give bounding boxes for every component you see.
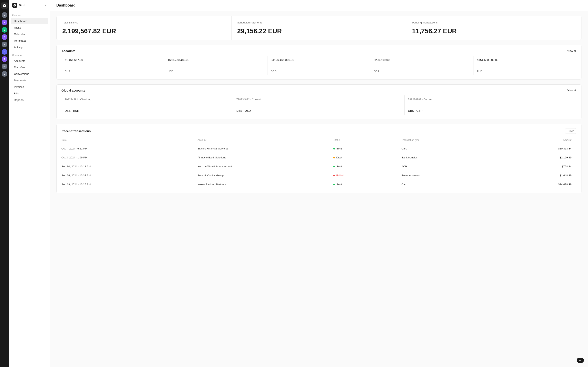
account-card[interactable]: A$54,688,000.00 AUD [474,56,576,75]
tx-amount: $34,678.49 [503,183,571,186]
tx-date: Sep 19, 2024 · 10:25 AM [61,183,198,186]
tx-type: Card [401,147,503,150]
scheduled-payments-label: Scheduled Payments [237,21,401,24]
transactions-table-header: Date Account Status Transaction type Amo… [61,137,576,143]
transaction-more-button[interactable]: ⋮ [571,165,576,168]
nav-avatar-S-user[interactable]: S [2,27,7,33]
tx-amount: $768.34 [503,165,571,168]
account-currency: AUD [477,70,573,73]
nav-avatar-M-user[interactable]: M [2,12,7,18]
col-header-date: Date [61,139,198,142]
sidebar-org-header[interactable]: Bird ▼ [9,0,50,11]
tx-status: Sent [333,165,401,168]
nav-avatar-A-user[interactable]: A [2,56,7,62]
sidebar-item-templates[interactable]: Templates [11,38,48,44]
global-account-card[interactable]: 798234882 · Current DBS - USD [233,95,405,115]
tx-amount: $1,648.89 [503,174,571,177]
app-logo[interactable] [1,2,8,9]
account-card[interactable]: £200,569.00 GBP [370,56,473,75]
company-nav: AccountsTransfersConversionsPaymentsInvo… [9,58,50,103]
account-amount: S$126,455,800.00 [271,58,367,62]
nav-avatar-W-user[interactable]: W [2,64,7,69]
transaction-more-button[interactable]: ⋮ [571,156,576,159]
account-currency: GBP [374,70,470,73]
nav-icons-column: MISPEHAWD [0,0,9,367]
total-balance-label: Total Balance [62,21,226,24]
table-row: Oct 7, 2024 · 6:21 PM Skyline Financial … [61,144,576,153]
tx-amount: $10,363.44 [503,147,571,150]
scheduled-payments-value: 29,156.22 EUR [237,27,401,35]
transaction-more-button[interactable]: ⋮ [571,174,576,177]
tx-status: Failed [333,174,401,177]
nav-avatar-H-user[interactable]: H [2,49,7,55]
global-accounts-section: Global accounts View all 798234881 · Che… [56,84,581,119]
tx-status: Draft [333,156,401,159]
global-accounts-view-all-button[interactable]: View all [567,89,576,92]
sidebar-item-bills[interactable]: Bills [11,90,48,97]
sidebar-item-calendar[interactable]: Calendar [11,31,48,37]
nav-avatar-P-user[interactable]: P [2,34,7,40]
personal-nav: DashboardTasksCalendarTemplatesActivity [9,18,50,50]
main-header: Dashboard [50,0,588,11]
transaction-more-button[interactable]: ⋮ [571,183,576,186]
ai-badge[interactable]: AI [577,358,584,363]
account-amount: $586,230,489.00 [168,58,264,62]
tx-status: Sent [333,147,401,150]
tx-amount: $2,199.39 [503,156,571,159]
sidebar-item-transfers[interactable]: Transfers [11,64,48,71]
transaction-more-button[interactable]: ⋮ [571,147,576,150]
sidebar-item-reports[interactable]: Reports [11,97,48,103]
sidebar-item-invoices[interactable]: Invoices [11,84,48,90]
transactions-section: Recent transactions Filter Date Account … [56,124,581,193]
sidebar-logo [12,3,17,8]
tx-account: Horizon Wealth Management [198,165,333,168]
account-amount: €1,456,567.00 [65,58,161,62]
sidebar-item-tasks[interactable]: Tasks [11,25,48,31]
account-currency: EUR [65,70,161,73]
transactions-section-header: Recent transactions Filter [61,128,576,134]
account-card[interactable]: €1,456,567.00 EUR [61,56,164,75]
global-account-card[interactable]: 798234883 · Current DBS - GBP [405,95,576,115]
table-row: Sep 30, 2024 · 10:11 AM Horizon Wealth M… [61,162,576,171]
tx-date: Sep 30, 2024 · 10:11 AM [61,165,198,168]
global-account-name: DBS - USD [236,109,401,112]
nav-avatar-D-user[interactable]: D [2,71,7,77]
global-accounts-title: Global accounts [61,89,85,92]
col-header-status: Status [333,139,401,142]
global-accounts-section-header: Global accounts View all [61,89,576,92]
page-title: Dashboard [56,3,581,8]
accounts-section: Accounts View all €1,456,567.00 EUR $586… [56,45,581,80]
tx-account: Skyline Financial Services [198,147,333,150]
col-header-account: Account [198,139,333,142]
sidebar-item-conversions[interactable]: Conversions [11,71,48,77]
main-area: Dashboard Total Balance 2,199,567.82 EUR… [50,0,588,367]
org-name: Bird [19,4,43,7]
sidebar-item-activity[interactable]: Activity [11,44,48,50]
status-dot [333,157,335,158]
nav-avatar-E-user[interactable]: E [2,42,7,47]
global-account-name: DBS - EUR [65,109,230,112]
tx-type: ACH [401,165,503,168]
filter-button[interactable]: Filter [565,128,576,134]
account-card[interactable]: $586,230,489.00 USD [164,56,267,75]
col-header-amount: Amount [503,139,571,142]
sidebar-item-accounts[interactable]: Accounts [11,58,48,64]
global-account-card[interactable]: 798234881 · Checking DBS - EUR [61,95,233,115]
transactions-list: Oct 7, 2024 · 6:21 PM Skyline Financial … [61,144,576,189]
transactions-title: Recent transactions [61,129,91,133]
nav-avatar-I-user[interactable]: I [2,20,7,25]
account-amount: £200,569.00 [374,58,470,62]
tx-status: Sent [333,183,401,186]
pending-transactions-card: Pending Transactions 11,756.27 EUR [406,16,581,40]
accounts-view-all-button[interactable]: View all [567,49,576,52]
tx-type: Bank transfer [401,156,503,159]
global-account-id: 798234883 · Current [408,98,573,101]
sidebar-item-payments[interactable]: Payments [11,77,48,83]
table-row: Sep 19, 2024 · 10:25 AM Nexus Banking Pa… [61,180,576,189]
account-card[interactable]: S$126,455,800.00 SGD [268,56,370,75]
sidebar-item-dashboard[interactable]: Dashboard [11,18,48,24]
status-dot [333,184,335,185]
accounts-grid: €1,456,567.00 EUR $586,230,489.00 USD S$… [61,56,576,75]
total-balance-value: 2,199,567.82 EUR [62,27,226,35]
col-header-type: Transaction type [401,139,503,142]
